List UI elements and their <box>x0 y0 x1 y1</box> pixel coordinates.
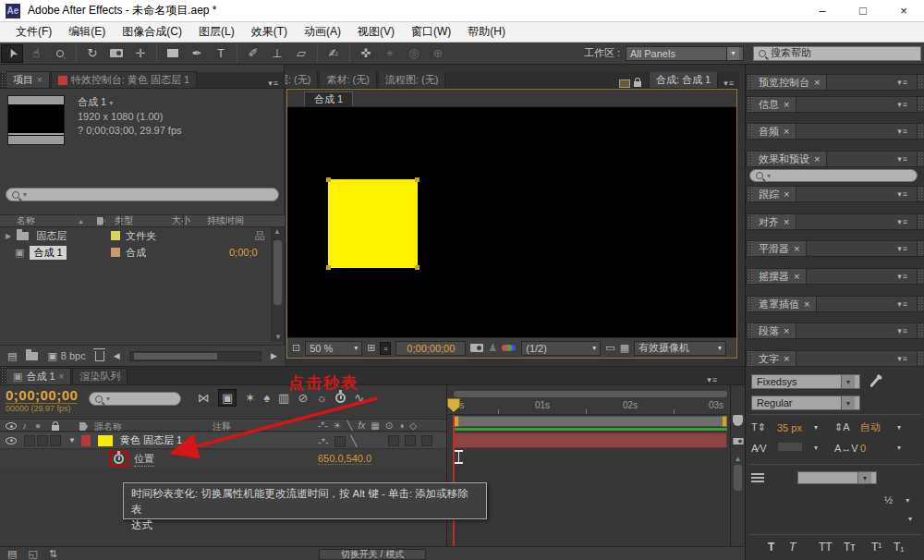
comp-name[interactable]: 合成 1 <box>78 96 106 107</box>
draft-3d-icon[interactable]: ▣ <box>218 389 237 407</box>
project-search-input[interactable]: ▾ <box>6 188 279 201</box>
menu-file[interactable]: 文件(F) <box>7 22 60 42</box>
tab-footage-viewer[interactable]: 素材: (无) <box>319 72 376 88</box>
interpret-footage-icon[interactable]: ▤ <box>7 350 17 362</box>
shy-toggle[interactable]: -*- <box>318 436 329 447</box>
column-type[interactable]: 类型 <box>115 214 133 227</box>
lock-icon[interactable] <box>634 81 641 87</box>
close-icon[interactable]: × <box>814 77 820 88</box>
panel-smoother[interactable]: 平滑器× ▾≡ <box>746 240 924 257</box>
roto-brush-tool[interactable]: ✍ <box>322 44 345 63</box>
menu-layer[interactable]: 图层(L) <box>190 22 243 42</box>
close-icon[interactable]: × <box>59 371 65 382</box>
column-name[interactable]: 名称 <box>17 214 35 227</box>
shy-switch-icon[interactable]: -*- <box>318 420 328 431</box>
faux-bold-button[interactable]: T <box>768 541 774 554</box>
expander-icon[interactable]: ▶ <box>6 232 11 240</box>
panel-menu-icon[interactable]: ▾≡ <box>893 244 913 253</box>
clone-stamp-tool[interactable]: ⊥ <box>266 44 288 63</box>
toggle-switches-modes-button[interactable]: 切换开关 / 模式 <box>319 549 426 560</box>
camera-dropdown[interactable]: 有效摄像机 ▾ <box>634 341 726 356</box>
font-family-dropdown[interactable]: Fixedsys ▾ <box>751 374 860 389</box>
time-navigator[interactable] <box>454 391 727 397</box>
panel-menu-icon[interactable]: ▾≡ <box>893 272 913 281</box>
trash-icon[interactable] <box>95 351 104 361</box>
collapse-toggle[interactable] <box>334 436 346 447</box>
effect-switch-icon[interactable]: fx <box>359 420 366 431</box>
region-of-interest-icon[interactable]: ▫ <box>380 342 391 355</box>
project-row-comp[interactable]: ▣ 合成 1 合成 0;00;0 <box>0 244 270 261</box>
panel-character[interactable]: 文字× ▾≡ <box>746 350 924 367</box>
label-column-icon[interactable] <box>79 422 88 431</box>
menu-effect[interactable]: 效果(T) <box>243 22 296 42</box>
menu-view[interactable]: 视图(V) <box>349 22 403 42</box>
chevron-down-icon[interactable]: ▾ <box>897 444 901 452</box>
minimize-button[interactable]: – <box>802 1 843 21</box>
eye-icon[interactable] <box>6 437 17 444</box>
audio-toggle[interactable] <box>24 435 35 446</box>
menu-window[interactable]: 窗口(W) <box>403 22 459 42</box>
label-color-swatch[interactable] <box>111 248 120 257</box>
scrollbar-thumb[interactable] <box>274 240 282 305</box>
scroll-up-icon[interactable]: ▲ <box>731 455 745 463</box>
chevron-down-icon[interactable]: ▾ <box>814 444 818 452</box>
solo-column-icon[interactable]: ● <box>35 420 41 431</box>
small-caps-button[interactable]: Tᴛ <box>844 541 856 554</box>
help-search-input[interactable]: 搜索帮助 <box>753 46 921 61</box>
close-icon[interactable]: × <box>784 99 789 110</box>
timeline-search-input[interactable]: ▾ <box>89 392 181 406</box>
close-icon[interactable]: × <box>804 298 809 310</box>
stopwatch-icon[interactable] <box>114 454 124 464</box>
close-icon[interactable]: × <box>784 216 789 227</box>
panel-paragraph[interactable]: 段落× ▾≡ <box>746 323 924 339</box>
panel-effects-presets[interactable]: 效果和预设× ▾≡ <box>746 151 924 167</box>
close-icon[interactable]: × <box>814 153 820 164</box>
selection-handle[interactable] <box>415 265 419 270</box>
panel-menu-icon[interactable]: ▾≡ <box>702 375 723 384</box>
subscript-button[interactable]: T₁ <box>894 541 904 554</box>
expand-layer-switches-icon[interactable]: ▤ <box>7 548 17 560</box>
lock-column-icon[interactable] <box>52 425 59 431</box>
adjustment-switch-icon[interactable]: ◑ <box>398 420 404 431</box>
panel-menu-icon[interactable]: ▾≡ <box>893 354 913 363</box>
collapse-switch-icon[interactable]: ☀ <box>334 420 342 431</box>
close-icon[interactable]: × <box>794 271 799 282</box>
layer-name[interactable]: 黄色 固态层 1 <box>120 433 182 447</box>
chevron-down-icon[interactable]: ▾ <box>814 423 818 432</box>
layer-label-swatch[interactable] <box>81 435 91 446</box>
selection-handle[interactable] <box>326 177 331 182</box>
timecode-value[interactable]: 0;00;00;00 <box>6 387 78 404</box>
brush-tool[interactable]: ✐ <box>242 44 264 63</box>
column-size[interactable]: 大小 <box>172 214 190 227</box>
expander-icon[interactable]: ▼ <box>68 436 76 444</box>
panel-wiggler[interactable]: 摇摆器× ▾≡ <box>746 268 924 285</box>
panel-menu-icon[interactable]: ▾≡ <box>263 79 284 88</box>
comp-button-icon[interactable] <box>733 438 743 444</box>
tab-project[interactable]: 项目 × <box>6 71 50 88</box>
close-icon[interactable]: × <box>794 243 799 254</box>
expand-transfer-controls-icon[interactable]: ◱ <box>28 548 37 560</box>
maximize-button[interactable]: □ <box>843 1 883 21</box>
live-update-icon[interactable]: ✶ <box>245 391 255 405</box>
selection-handle[interactable] <box>415 177 419 182</box>
column-duration[interactable]: 持续时间 <box>207 214 244 227</box>
item-name[interactable]: 合成 1 <box>30 246 66 260</box>
all-caps-button[interactable]: TT <box>819 541 833 554</box>
panel-align[interactable]: 对齐× ▾≡ <box>746 213 924 230</box>
switch-box[interactable] <box>421 435 432 446</box>
frame-blend-switch-icon[interactable]: ▦ <box>371 420 379 431</box>
effects-search-input[interactable]: ▾ <box>749 169 918 182</box>
motion-blur-switch-icon[interactable]: ⊙ <box>385 420 393 431</box>
panel-tracker[interactable]: 跟踪× ▾≡ <box>746 186 924 202</box>
project-row-solids[interactable]: ▶ 固态层 文件夹 品 <box>0 227 270 244</box>
solo-toggle[interactable] <box>37 435 48 446</box>
zoom-tool[interactable] <box>49 44 71 63</box>
time-ruler[interactable]: 0s 01s 02s 03s <box>447 398 731 415</box>
faux-italic-button[interactable]: T <box>789 541 796 554</box>
close-icon[interactable]: × <box>784 189 789 200</box>
hide-shy-layers-icon[interactable]: ♠ <box>263 391 270 405</box>
3d-switch-icon[interactable]: ◇ <box>409 420 417 431</box>
scroll-right-icon[interactable]: ▶ <box>271 351 277 360</box>
tab-render-queue[interactable]: 渲染队列 <box>72 368 128 384</box>
project-scrollbar[interactable]: ▲ ▼ <box>271 227 283 342</box>
